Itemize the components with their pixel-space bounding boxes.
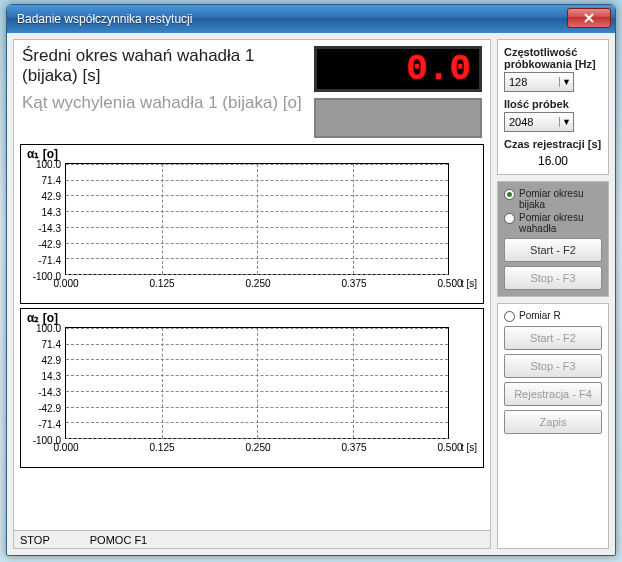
radio-icon (504, 311, 515, 322)
gridline (353, 164, 354, 274)
gridline (66, 274, 448, 275)
chart-alpha2: α₂ [o] t [s] -100.0-71.4-42.9-14.314.342… (20, 308, 484, 468)
chart2-xlabel: t [s] (461, 442, 477, 453)
radio-wahadla[interactable]: Pomiar okresu wahadła (504, 212, 602, 234)
app-window: Badanie współczynnika restytucji Średni … (6, 4, 616, 556)
gridline (353, 328, 354, 438)
samples-label: Ilość próbek (504, 98, 602, 110)
x-tick: 0.125 (149, 442, 174, 453)
reg-record-button[interactable]: Rejestracja - F4 (504, 382, 602, 406)
primary-measure-display: 0.0 (314, 46, 482, 92)
secondary-measure-label: Kąt wychylenia wahadła 1 (bijaka) [o] (22, 93, 308, 113)
main-panel: Średni okres wahań wahadła 1 (bijaka) [s… (13, 39, 491, 549)
chart1-xlabel: t [s] (461, 278, 477, 289)
status-bar: STOP POMOC F1 (14, 530, 490, 548)
y-tick: 71.4 (25, 175, 61, 186)
radio-bijaka-label: Pomiar okresu bijaka (519, 188, 602, 210)
y-tick: 42.9 (25, 190, 61, 201)
chart1-plot (65, 163, 449, 275)
titlebar[interactable]: Badanie współczynnika restytucji (7, 5, 615, 33)
freq-value: 128 (509, 76, 527, 88)
y-tick: 14.3 (25, 206, 61, 217)
x-tick: 0.250 (245, 442, 270, 453)
gridline (162, 328, 163, 438)
x-tick: 0.500 (437, 278, 462, 289)
gridline (257, 164, 258, 274)
acquisition-panel: Pomiar okresu bijaka Pomiar okresu wahad… (497, 181, 609, 297)
close-icon (584, 13, 594, 23)
y-tick: 100.0 (25, 159, 61, 170)
primary-measure-label: Średni okres wahań wahadła 1 (bijaka) [s… (22, 46, 308, 87)
registration-panel: Pomiar R Start - F2 Stop - F3 Rejestracj… (497, 303, 609, 549)
acq-start-button[interactable]: Start - F2 (504, 238, 602, 262)
radio-bijaka[interactable]: Pomiar okresu bijaka (504, 188, 602, 210)
y-tick: -71.4 (25, 254, 61, 265)
radio-wahadla-label: Pomiar okresu wahadła (519, 212, 602, 234)
x-tick: 0.250 (245, 278, 270, 289)
y-tick: 42.9 (25, 354, 61, 365)
y-tick: -14.3 (25, 387, 61, 398)
y-tick: 100.0 (25, 323, 61, 334)
chart-alpha1: α₁ [o] t [s] -100.0-71.4-42.9-14.314.342… (20, 144, 484, 304)
status-state: STOP (20, 534, 50, 546)
reg-stop-button[interactable]: Stop - F3 (504, 354, 602, 378)
charts-area: α₁ [o] t [s] -100.0-71.4-42.9-14.314.342… (14, 140, 490, 530)
x-tick: 0.000 (53, 278, 78, 289)
secondary-measure-display (314, 98, 482, 138)
y-tick: 71.4 (25, 339, 61, 350)
x-tick: 0.125 (149, 278, 174, 289)
radio-pomiar-r-label: Pomiar R (519, 310, 561, 321)
side-panel: Częstotliwość próbkowania [Hz] 128 ▼ Ilo… (497, 39, 609, 549)
window-title: Badanie współczynnika restytucji (17, 12, 192, 26)
reg-save-button[interactable]: Zapis (504, 410, 602, 434)
radio-pomiar-r[interactable]: Pomiar R (504, 310, 602, 322)
radio-icon (504, 189, 515, 200)
x-tick: 0.000 (53, 442, 78, 453)
time-label: Czas rejestracji [s] (504, 138, 602, 150)
close-button[interactable] (567, 8, 611, 28)
samples-value: 2048 (509, 116, 533, 128)
y-tick: -42.9 (25, 239, 61, 250)
gridline (162, 164, 163, 274)
y-tick: -42.9 (25, 403, 61, 414)
gridline (257, 328, 258, 438)
chevron-down-icon: ▼ (559, 77, 573, 87)
x-tick: 0.375 (341, 278, 366, 289)
chevron-down-icon: ▼ (559, 117, 573, 127)
y-tick: 14.3 (25, 370, 61, 381)
reg-start-button[interactable]: Start - F2 (504, 326, 602, 350)
radio-icon (504, 213, 515, 224)
y-tick: -14.3 (25, 223, 61, 234)
sampling-panel: Częstotliwość próbkowania [Hz] 128 ▼ Ilo… (497, 39, 609, 175)
acq-stop-button[interactable]: Stop - F3 (504, 266, 602, 290)
x-tick: 0.375 (341, 442, 366, 453)
freq-label: Częstotliwość próbkowania [Hz] (504, 46, 602, 70)
gridline (66, 438, 448, 439)
freq-dropdown[interactable]: 128 ▼ (504, 72, 574, 92)
y-tick: -71.4 (25, 418, 61, 429)
status-help: POMOC F1 (90, 534, 147, 546)
time-value: 16.00 (504, 154, 602, 168)
samples-dropdown[interactable]: 2048 ▼ (504, 112, 574, 132)
chart2-plot (65, 327, 449, 439)
x-tick: 0.500 (437, 442, 462, 453)
